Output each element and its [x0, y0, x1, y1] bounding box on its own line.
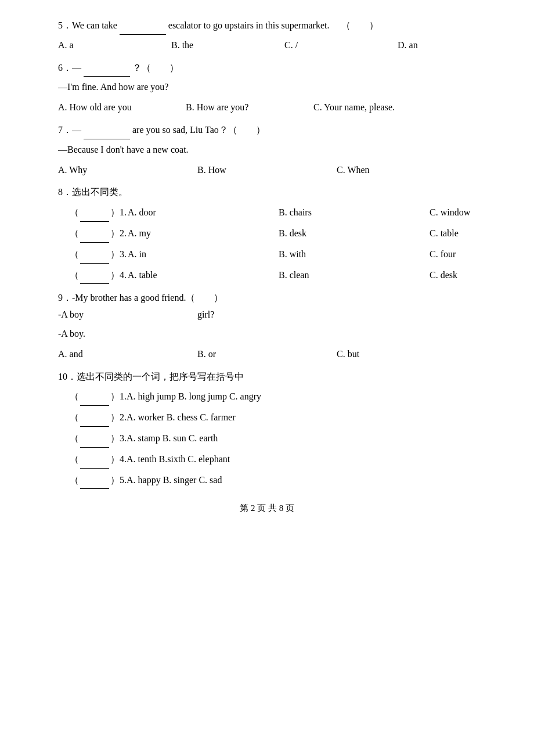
q8-item4-label: （ ）4.	[70, 267, 128, 285]
q8-item2-label: （ ）2.	[70, 225, 128, 243]
q8-item3-c: C. four	[430, 246, 534, 263]
q6-response: —I'm fine. And how are you?	[58, 79, 499, 96]
q8-item1-b: B. chairs	[279, 204, 430, 221]
q7-option-a: A. Why	[58, 162, 197, 179]
q7-option-c: C. When	[337, 162, 476, 179]
question-10: 10．选出不同类的一个词，把序号写在括号中 （ ）1. A. high jump…	[35, 369, 499, 489]
q5-paren: （ ）	[341, 17, 378, 34]
q8-item-1: （ ）1. A. door B. chairs C. window	[70, 204, 499, 222]
question-9: 9．-My brother has a good friend.（ ） -A b…	[35, 290, 499, 362]
q9-response1-cont: girl?	[197, 307, 214, 323]
q8-item1-label: （ ）1.	[70, 204, 128, 222]
q10-item2-paren: （ ）2.	[70, 409, 127, 427]
q9-response2: -A boy.	[58, 326, 499, 343]
q10-item1-content: A. high jump B. long jump C. angry	[127, 388, 261, 405]
q10-item-1: （ ）1. A. high jump B. long jump C. angry	[70, 388, 499, 406]
question-5: 5．We can take escalator to go upstairs i…	[35, 17, 499, 54]
q6-option-a: A. How old are you	[58, 99, 186, 116]
q5-blank	[120, 17, 166, 35]
question-7: 7．— are you so sad, Liu Tao？（ ） —Because…	[35, 122, 499, 178]
q10-item4-paren: （ ）4.	[70, 451, 127, 469]
q10-item-5: （ ）5. A. happy B. singer C. sad	[70, 472, 499, 489]
q8-item4-c: C. desk	[430, 267, 534, 284]
q8-item-3: （ ）3. A. in B. with C. four	[70, 246, 499, 264]
q7-option-b: B. How	[197, 162, 337, 179]
q8-item2-c: C. table	[430, 225, 534, 242]
q10-intro: 10．选出不同类的一个词，把序号写在括号中	[58, 369, 499, 386]
q8-item1-c: C. window	[430, 204, 534, 221]
q10-item1-paren: （ ）1.	[70, 388, 127, 406]
q7-response: —Because I don't have a new coat.	[58, 142, 499, 159]
q9-option-c: C. but	[337, 346, 476, 363]
q5-option-b: B. the	[171, 37, 279, 54]
q5-text2: escalator to go upstairs in this superma…	[168, 17, 330, 34]
q5-option-c: C. /	[284, 37, 392, 54]
q5-option-d: D. an	[398, 37, 505, 54]
q5-line: 5．We can take escalator to go upstairs i…	[58, 17, 499, 35]
q10-item5-paren: （ ）5.	[70, 472, 127, 489]
q5-text: 5．We can take	[58, 17, 117, 34]
q9-option-a: A. and	[58, 346, 197, 363]
q7-blank	[84, 122, 130, 139]
q8-item-4: （ ）4. A. table B. clean C. desk	[70, 267, 499, 285]
q9-response1-line: -A boy girl?	[58, 307, 499, 323]
q10-item3-paren: （ ）3.	[70, 430, 127, 448]
q7-line: 7．— are you so sad, Liu Tao？（ ）	[58, 122, 499, 139]
q6-option-b: B. How are you?	[186, 99, 313, 116]
q6-line: 6．— ？（ ）	[58, 60, 499, 77]
q8-item2-a: A. my	[128, 225, 279, 242]
q10-item-3: （ ）3. A. stamp B. sun C. earth	[70, 430, 499, 448]
q10-item2-content: A. worker B. chess C. farmer	[127, 409, 236, 426]
q6-option-c: C. Your name, please.	[313, 99, 441, 116]
q10-item3-content: A. stamp B. sun C. earth	[127, 430, 218, 447]
q8-item3-b: B. with	[279, 246, 430, 263]
q8-item2-b: B. desk	[279, 225, 430, 242]
q9-options: A. and B. or C. but	[58, 346, 499, 363]
q8-intro: 8．选出不同类。	[58, 184, 499, 201]
question-6: 6．— ？（ ） —I'm fine. And how are you? A. …	[35, 60, 499, 116]
q9-text: 9．-My brother has a good friend.（ ）	[58, 290, 499, 307]
q10-item5-content: A. happy B. singer C. sad	[127, 472, 222, 489]
q9-response1: -A boy	[58, 307, 197, 323]
q8-item-2: （ ）2. A. my B. desk C. table	[70, 225, 499, 243]
q8-item4-b: B. clean	[279, 267, 430, 284]
q8-item1-a: A. door	[128, 204, 279, 221]
q7-options: A. Why B. How C. When	[58, 162, 499, 179]
q6-text: 6．— ？（ ）	[58, 60, 179, 77]
q8-item4-a: A. table	[128, 267, 279, 284]
q10-item-2: （ ）2. A. worker B. chess C. farmer	[70, 409, 499, 427]
q10-item4-content: A. tenth B.sixth C. elephant	[127, 451, 230, 468]
page-footer: 第 2 页 共 8 页	[35, 501, 499, 516]
q7-text: 7．— are you so sad, Liu Tao？（ ）	[58, 122, 265, 139]
q6-blank	[84, 60, 130, 77]
q5-options: A. a B. the C. / D. an	[58, 37, 499, 54]
q9-option-b: B. or	[197, 346, 337, 363]
q10-item-4: （ ）4. A. tenth B.sixth C. elephant	[70, 451, 499, 469]
question-8: 8．选出不同类。 （ ）1. A. door B. chairs C. wind…	[35, 184, 499, 284]
q5-option-a: A. a	[58, 37, 165, 54]
q8-item3-a: A. in	[128, 246, 279, 263]
q8-item3-label: （ ）3.	[70, 246, 128, 264]
q6-options: A. How old are you B. How are you? C. Yo…	[58, 99, 499, 116]
